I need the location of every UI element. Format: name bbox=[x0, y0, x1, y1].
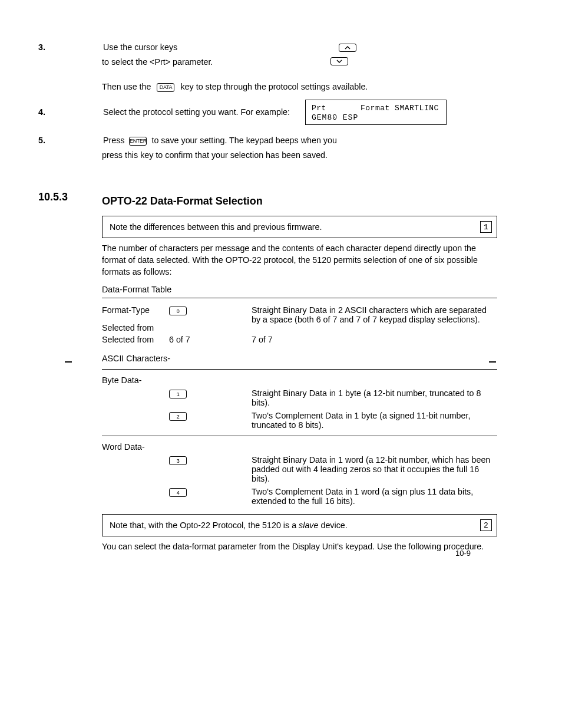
note-text: Note the differences between this and pr… bbox=[110, 222, 322, 232]
table-header-label: Format-Type bbox=[102, 305, 169, 324]
format-key-icon: 0 bbox=[169, 307, 187, 315]
format-key-icon: 3 bbox=[169, 456, 187, 465]
paragraph: The number of characters per message and… bbox=[102, 243, 497, 278]
step-text: Use the cursor keys bbox=[103, 42, 177, 52]
format-key-icon: 4 bbox=[169, 488, 187, 497]
table-header-label: Selected from bbox=[102, 323, 169, 336]
cursor-up-icon bbox=[339, 44, 356, 52]
note-box-2: Note that, with the Opto-22 Protocol, th… bbox=[102, 514, 497, 536]
section-title: OPTO-22 Data-Format Selection bbox=[102, 195, 263, 207]
step-3: 3. Use the cursor keys to select the <Pr… bbox=[38, 41, 497, 93]
table-row: 4 Two's Complement Data in 1 word (a sig… bbox=[102, 487, 497, 506]
table-row: 2 Two's Complement Data in 1 byte (a sig… bbox=[102, 411, 497, 430]
table-cell: Two's Complement Data in 1 word (a sign … bbox=[252, 487, 497, 506]
enter-key-icon: ENTER bbox=[129, 137, 147, 146]
table-cell: 6 of 7 bbox=[169, 335, 252, 348]
page-number: 10-9 bbox=[455, 549, 471, 558]
step-number: 3. bbox=[38, 42, 45, 52]
format-key-icon: 1 bbox=[169, 390, 187, 398]
table-section-label: ASCII Characters- bbox=[102, 354, 497, 363]
step-number: 5. bbox=[38, 136, 45, 145]
note-text: device. bbox=[320, 521, 347, 530]
divider bbox=[102, 369, 497, 370]
table-cell: Straight Binary Data in 1 word (a 12-bit… bbox=[252, 455, 497, 483]
table-section-label: Word Data- bbox=[102, 442, 497, 452]
step-text: Then use the bbox=[102, 82, 151, 91]
tick-mark-left bbox=[65, 361, 72, 363]
table-header-row: Format-Type 0 Straight Binary Data in 2 … bbox=[102, 305, 497, 324]
table-title: Data-Format Table bbox=[102, 285, 497, 294]
step-text: key to step through the protocol setting… bbox=[180, 82, 368, 91]
manual-page: 3. Use the cursor keys to select the <Pr… bbox=[0, 0, 562, 582]
step-4: 4. Select the protocol setting you want.… bbox=[38, 101, 497, 125]
step-text: Select the protocol setting you want. Fo… bbox=[103, 107, 290, 117]
paragraph: You can select the data-format parameter… bbox=[102, 541, 497, 553]
note-number-box: 2 bbox=[480, 519, 492, 531]
divider bbox=[102, 298, 497, 298]
lcd-line-2: GEM80 ESP bbox=[312, 113, 438, 123]
table-section-label: Byte Data- bbox=[102, 375, 497, 385]
table-cell: Straight Binary Data in 2 ASCII characte… bbox=[252, 305, 497, 324]
section-heading: 10.5.3 OPTO-22 Data-Format Selection bbox=[38, 195, 497, 207]
lcd-display: Prt Format SMARTLINC GEM80 ESP bbox=[305, 100, 447, 125]
step-text: to save your setting. The keypad beeps w… bbox=[151, 136, 336, 145]
table-row: 3 Straight Binary Data in 1 word (a 12-b… bbox=[102, 455, 497, 483]
note-text: Note that, with the Opto-22 Protocol, th… bbox=[110, 521, 296, 530]
data-format-table: Data-Format Table Format-Type 0 Straight… bbox=[102, 285, 497, 506]
table-header-label: Selected from bbox=[102, 335, 169, 348]
table-cell: Straight Binary Data in 1 byte (a 12-bit… bbox=[252, 388, 497, 407]
step-text: Press bbox=[103, 136, 125, 145]
step-5: 5. Press ENTER to save your setting. The… bbox=[38, 134, 497, 161]
step-text: press this key to confirm that your sele… bbox=[102, 150, 328, 160]
table-row: 1 Straight Binary Data in 1 byte (a 12-b… bbox=[102, 388, 497, 407]
data-key-icon: DATA bbox=[157, 83, 174, 92]
note-box-1: Note the differences between this and pr… bbox=[102, 216, 497, 238]
format-key-icon: 2 bbox=[169, 412, 187, 421]
note-number-box: 1 bbox=[480, 221, 492, 233]
divider bbox=[102, 436, 497, 436]
step-number: 4. bbox=[38, 107, 45, 117]
cursor-down-icon bbox=[330, 57, 348, 65]
table-header-row: Selected from bbox=[102, 323, 497, 336]
table-cell: 7 of 7 bbox=[252, 335, 497, 348]
note-emphasis: slave bbox=[299, 521, 318, 530]
step-text: to select the <Prt> parameter. bbox=[102, 57, 213, 67]
table-cell: Two's Complement Data in 1 byte (a signe… bbox=[252, 411, 497, 430]
lcd-line-1: Prt Format SMARTLINC bbox=[312, 104, 438, 113]
tick-mark-right bbox=[489, 361, 496, 363]
section-number: 10.5.3 bbox=[38, 191, 68, 203]
table-header-row: Selected from 6 of 7 7 of 7 bbox=[102, 335, 497, 348]
